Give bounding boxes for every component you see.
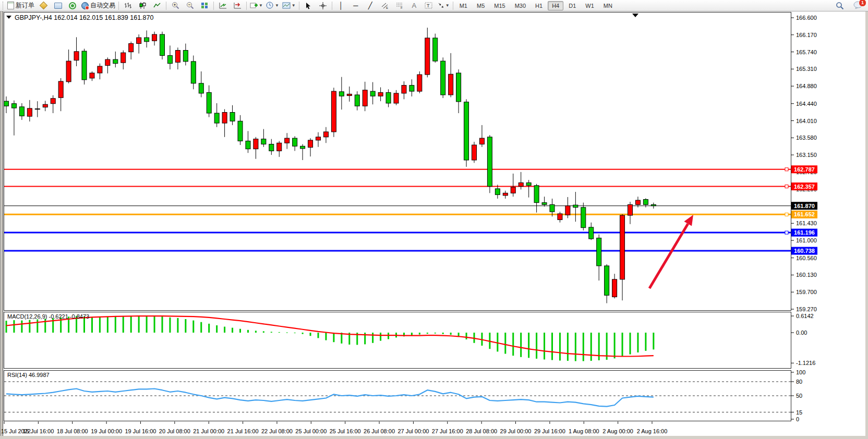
candle-body — [378, 92, 383, 96]
candle-body — [573, 205, 578, 208]
chart-canvas[interactable]: 166.600166.170165.740165.310164.880164.4… — [0, 0, 868, 439]
candle-body — [542, 203, 547, 205]
candlestick-chart-button[interactable] — [135, 0, 150, 11]
candle-body — [160, 34, 165, 55]
macd-bar — [645, 333, 646, 351]
new-order-button[interactable]: 新订单 — [6, 0, 36, 11]
search-button[interactable] — [833, 0, 847, 11]
separator — [332, 2, 332, 10]
dropdown-caret-icon: ▼ — [275, 3, 279, 8]
svg-text:160.560: 160.560 — [796, 255, 817, 261]
signals-button[interactable] — [65, 0, 80, 11]
candle-body — [355, 95, 359, 106]
macd-bar — [427, 333, 428, 334]
macd-bar — [6, 321, 7, 333]
line-chart-button[interactable] — [150, 0, 164, 11]
svg-text:1 Aug 08:00: 1 Aug 08:00 — [569, 428, 599, 434]
candle-body — [339, 92, 344, 96]
candle-body — [66, 61, 71, 82]
macd-bar — [29, 320, 30, 333]
timeframe-button-MN[interactable]: MN — [599, 1, 617, 10]
fibonacci-button[interactable]: F — [392, 0, 407, 11]
candle-body — [144, 38, 149, 42]
bar-chart-button[interactable] — [120, 0, 135, 11]
svg-text:28 Jul 08:00: 28 Jul 08:00 — [466, 428, 497, 434]
timeframe-button-W1[interactable]: W1 — [581, 1, 598, 10]
terminal-icon — [54, 3, 62, 9]
timeframe-button-M30[interactable]: M30 — [511, 1, 530, 10]
zoom-out-button[interactable] — [183, 0, 197, 11]
window-bottom-edge — [0, 436, 868, 439]
timeframe-button-H1[interactable]: H1 — [531, 1, 547, 10]
autotrading-label: 自动交易 — [90, 1, 115, 10]
candle-body — [238, 121, 243, 141]
candle-body — [11, 104, 16, 108]
separator — [166, 2, 166, 10]
candle-body — [589, 227, 594, 239]
fibonacci-icon: F — [396, 2, 403, 9]
macd-bar — [185, 319, 186, 333]
candle-body — [519, 182, 523, 186]
candle-body — [331, 91, 336, 132]
candle-body — [4, 101, 9, 106]
timeframe-button-H4[interactable]: H4 — [548, 1, 563, 10]
autotrading-button[interactable]: 自动交易 — [80, 0, 117, 11]
auto-scroll-button[interactable] — [215, 0, 230, 11]
svg-text:0: 0 — [796, 416, 799, 422]
candle-body — [74, 52, 79, 60]
draw-tools-group: │ ─ ╱ E F A T ▼ — [334, 0, 451, 11]
text-button[interactable]: A — [407, 0, 421, 11]
svg-text:2 Aug 00:00: 2 Aug 00:00 — [602, 428, 633, 434]
timeframe-button-M15[interactable]: M15 — [490, 1, 509, 10]
crosshair-button[interactable] — [316, 0, 330, 11]
tile-windows-icon — [201, 2, 208, 9]
macd-bar — [302, 333, 304, 334]
new-order-label: 新订单 — [16, 1, 34, 10]
arrows-button[interactable]: ▼ — [436, 0, 451, 11]
toolbar: 新订单 自动交易 — [0, 0, 868, 11]
macd-bar — [239, 329, 241, 333]
svg-text:27 Jul 16:00: 27 Jul 16:00 — [432, 428, 463, 434]
macd-bar — [21, 321, 22, 333]
objects-group: ▼ ▼ ▼ — [248, 0, 297, 11]
template-icon — [282, 2, 291, 9]
horizontal-line-button[interactable]: ─ — [348, 0, 363, 11]
macd-bar — [177, 318, 178, 333]
notifications-button[interactable]: 1 — [853, 1, 863, 10]
chart-shift-button[interactable] — [230, 0, 245, 11]
timeframe-button-D1[interactable]: D1 — [564, 1, 580, 10]
macd-bar — [208, 324, 210, 333]
periods-button[interactable]: ▼ — [264, 0, 281, 11]
indicators-button[interactable]: ▼ — [248, 0, 264, 11]
line-chart-icon — [153, 2, 161, 9]
candle-body — [58, 81, 63, 97]
macd-bar — [138, 316, 140, 333]
trendline-button[interactable]: ╱ — [363, 0, 378, 11]
svg-text:164.880: 164.880 — [796, 83, 817, 89]
svg-text:-1.1216: -1.1216 — [796, 360, 815, 366]
deposit-button[interactable] — [36, 0, 51, 11]
candle-body — [27, 108, 32, 116]
text-label-button[interactable]: T — [421, 0, 436, 11]
macd-bar — [333, 333, 334, 342]
candlestick-chart-icon — [139, 2, 146, 9]
macd-bar — [130, 316, 132, 333]
templates-button[interactable]: ▼ — [281, 0, 297, 11]
svg-text:F: F — [401, 6, 403, 9]
cursor-button[interactable] — [301, 0, 316, 11]
equidistant-channel-button[interactable]: E — [378, 0, 392, 11]
svg-text:20 Jul 08:00: 20 Jul 08:00 — [159, 428, 190, 434]
macd-pane[interactable] — [4, 312, 791, 369]
zoom-in-button[interactable] — [168, 0, 183, 11]
timeframe-button-M1[interactable]: M1 — [455, 1, 472, 10]
chart-title: GBPJPY-,H4 162.014 162.015 161.839 161.8… — [15, 14, 153, 21]
candle-body — [51, 99, 55, 104]
terminal-button[interactable] — [51, 0, 65, 11]
macd-bar — [372, 333, 373, 343]
vertical-line-button[interactable]: │ — [334, 0, 348, 11]
macd-bar — [162, 316, 163, 333]
candle-body — [472, 145, 477, 160]
macd-bar — [318, 333, 319, 338]
timeframe-button-M5[interactable]: M5 — [473, 1, 489, 10]
tile-windows-button[interactable] — [197, 0, 212, 11]
